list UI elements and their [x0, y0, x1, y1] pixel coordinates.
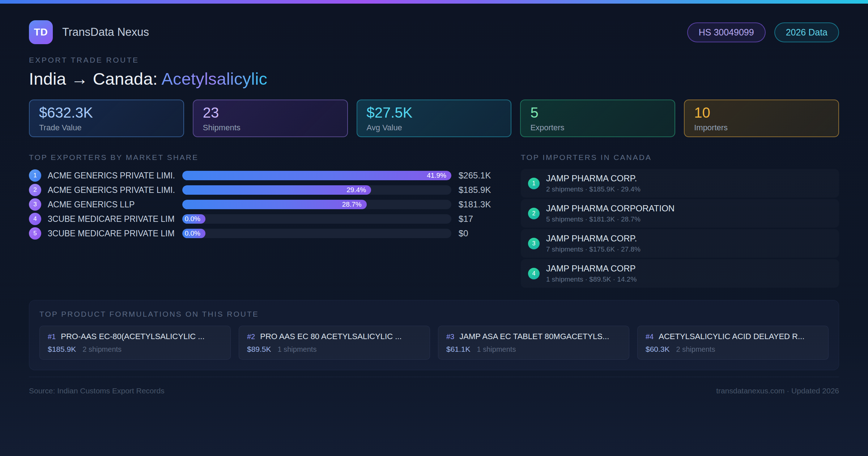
importer-info: JAMP PHARMA CORP 1 shipments · $89.5K · … [546, 263, 637, 283]
source-text: Source: Indian Customs Export Records [29, 387, 165, 395]
product-card[interactable]: #3 JAMP ASA EC TABLET 80MGACETYLS... $61… [438, 326, 629, 360]
share-percent-label: 0.0% [185, 229, 205, 237]
importer-info: JAMP PHARMA CORPORATION 5 shipments · $1… [546, 203, 675, 223]
importer-meta: 5 shipments · $181.3K · 28.7% [546, 215, 675, 223]
stat-card-importers: 10 Importers [684, 100, 839, 137]
importer-meta: 7 shipments · $175.6K · 27.8% [546, 245, 641, 253]
share-percent-label: 29.4% [346, 186, 371, 194]
importer-name: JAMP PHARMA CORP [546, 263, 637, 274]
stat-value: 5 [530, 105, 665, 121]
header: TD TransData Nexus HS 30049099 2026 Data [29, 20, 839, 44]
exporter-value: $181.3K [459, 199, 498, 210]
share-percent-label: 41.9% [427, 172, 451, 180]
market-share-bar-fill: 0.0% [182, 214, 205, 224]
route-text: India → Canada: [29, 69, 161, 88]
market-share-bar-fill: 41.9% [182, 171, 451, 180]
exporter-row[interactable]: 1 ACME GENERICS PRIVATE LIMI... 41.9% $2… [29, 169, 498, 182]
product-name: PRO AAS EC 80 ACETYLSALICYLIC ... [260, 332, 401, 341]
stat-value: $27.5K [367, 105, 502, 121]
exporter-name: ACME GENERICS PRIVATE LIMI... [48, 185, 175, 195]
products-panel: TOP PRODUCT FORMULATIONS ON THIS ROUTE #… [29, 300, 839, 370]
hs-code-badge[interactable]: HS 30049099 [687, 22, 766, 42]
importer-info: JAMP PHARMA CORP. 2 shipments · $185.9K … [546, 173, 641, 193]
product-value: $60.3K [646, 345, 670, 354]
market-share-bar-fill: 28.7% [182, 200, 367, 209]
importer-meta: 2 shipments · $185.9K · 29.4% [546, 185, 641, 193]
market-share-bar-track: 0.0% [182, 214, 451, 224]
top-accent-bar [0, 0, 868, 4]
market-share-bar-track: 28.7% [182, 200, 451, 209]
exporter-row[interactable]: 5 3CUBE MEDICARE PRIVATE LIM... 0.0% $0 [29, 227, 498, 240]
importers-section: TOP IMPORTERS IN CANADA 1 JAMP PHARMA CO… [521, 153, 839, 289]
importers-list: 1 JAMP PHARMA CORP. 2 shipments · $185.9… [521, 169, 839, 288]
stat-label: Importers [694, 123, 829, 132]
exporter-row[interactable]: 4 3CUBE MEDICARE PRIVATE LIM... 0.0% $17 [29, 212, 498, 225]
stat-label: Trade Value [39, 123, 174, 132]
rank-badge: 1 [29, 169, 41, 182]
share-percent-label: 28.7% [342, 200, 367, 208]
stat-label: Shipments [203, 123, 338, 132]
importer-card[interactable]: 3 JAMP PHARMA CORP. 7 shipments · $175.6… [521, 229, 839, 258]
data-year-badge[interactable]: 2026 Data [774, 22, 839, 42]
products-list: #1 PRO-AAS EC-80(ACETYLSALICYLIC ... $18… [39, 326, 829, 360]
market-share-bar-fill: 0.0% [182, 229, 205, 238]
app-logo-icon: TD [29, 20, 53, 44]
product-shipments: 1 shipments [477, 345, 516, 354]
importer-card[interactable]: 1 JAMP PHARMA CORP. 2 shipments · $185.9… [521, 169, 839, 198]
exporters-section: TOP EXPORTERS BY MARKET SHARE 1 ACME GEN… [29, 153, 498, 241]
product-name: PRO-AAS EC-80(ACETYLSALICYLIC ... [61, 332, 204, 341]
product-name: ACETYLSALICYLIC ACID DELAYED R... [659, 332, 804, 341]
product-name: JAMP ASA EC TABLET 80MGACETYLS... [459, 332, 609, 341]
stat-value: $632.3K [39, 105, 174, 121]
importer-card[interactable]: 2 JAMP PHARMA CORPORATION 5 shipments · … [521, 199, 839, 228]
importer-name: JAMP PHARMA CORP. [546, 173, 641, 183]
product-card[interactable]: #4 ACETYLSALICYLIC ACID DELAYED R... $60… [637, 326, 829, 360]
market-share-bar-track: 29.4% [182, 185, 451, 195]
exporter-row[interactable]: 3 ACME GENERICS LLP 28.7% $181.3K [29, 198, 498, 211]
main-columns: TOP EXPORTERS BY MARKET SHARE 1 ACME GEN… [29, 153, 839, 289]
rank-badge: 5 [29, 227, 41, 240]
product-card[interactable]: #1 PRO-AAS EC-80(ACETYLSALICYLIC ... $18… [39, 326, 231, 360]
site-text: transdatanexus.com · Updated 2026 [716, 387, 839, 395]
stat-cards: $632.3K Trade Value 23 Shipments $27.5K … [29, 100, 839, 137]
exporter-name: ACME GENERICS PRIVATE LIMI... [48, 171, 175, 181]
product-value: $61.1K [446, 345, 471, 354]
stat-label: Avg Value [367, 123, 502, 132]
product-value: $89.5K [247, 345, 271, 354]
exporter-value: $17 [459, 214, 498, 224]
stat-card-exporters: 5 Exporters [520, 100, 675, 137]
importer-name: JAMP PHARMA CORPORATION [546, 203, 675, 214]
rank-badge: 1 [528, 178, 540, 189]
stat-value: 10 [694, 105, 829, 121]
exporter-value: $0 [459, 228, 498, 238]
importer-name: JAMP PHARMA CORP. [546, 233, 641, 244]
stat-label: Exporters [530, 123, 665, 132]
product-rank: #3 [446, 333, 454, 341]
rank-badge: 3 [29, 198, 41, 211]
stat-card-trade-value: $632.3K Trade Value [29, 100, 184, 137]
page-title: India → Canada: Acetylsalicylic [29, 69, 839, 89]
stat-card-avg-value: $27.5K Avg Value [357, 100, 512, 137]
importer-card[interactable]: 4 JAMP PHARMA CORP 1 shipments · $89.5K … [521, 259, 839, 288]
rank-badge: 4 [528, 268, 540, 279]
rank-badge: 2 [29, 184, 41, 196]
exporter-value: $265.1K [459, 170, 498, 181]
footer: Source: Indian Customs Export Records tr… [29, 377, 839, 395]
exporter-name: 3CUBE MEDICARE PRIVATE LIM... [48, 229, 175, 238]
product-shipments: 1 shipments [278, 345, 317, 354]
product-shipments: 2 shipments [676, 345, 715, 354]
products-heading: TOP PRODUCT FORMULATIONS ON THIS ROUTE [39, 310, 829, 318]
exporters-heading: TOP EXPORTERS BY MARKET SHARE [29, 153, 498, 162]
stat-card-shipments: 23 Shipments [193, 100, 348, 137]
product-rank: #2 [247, 333, 255, 341]
rank-badge: 2 [528, 208, 540, 219]
eyebrow-label: EXPORT TRADE ROUTE [29, 56, 839, 64]
exporter-row[interactable]: 2 ACME GENERICS PRIVATE LIMI... 29.4% $1… [29, 183, 498, 197]
page-content: TD TransData Nexus HS 30049099 2026 Data… [0, 20, 868, 395]
product-shipments: 2 shipments [82, 345, 122, 354]
market-share-bar-track: 0.0% [182, 229, 451, 238]
market-share-bar-fill: 29.4% [182, 185, 371, 195]
product-value: $185.9K [48, 345, 76, 354]
product-card[interactable]: #2 PRO AAS EC 80 ACETYLSALICYLIC ... $89… [239, 326, 430, 360]
product-rank: #4 [646, 333, 654, 341]
